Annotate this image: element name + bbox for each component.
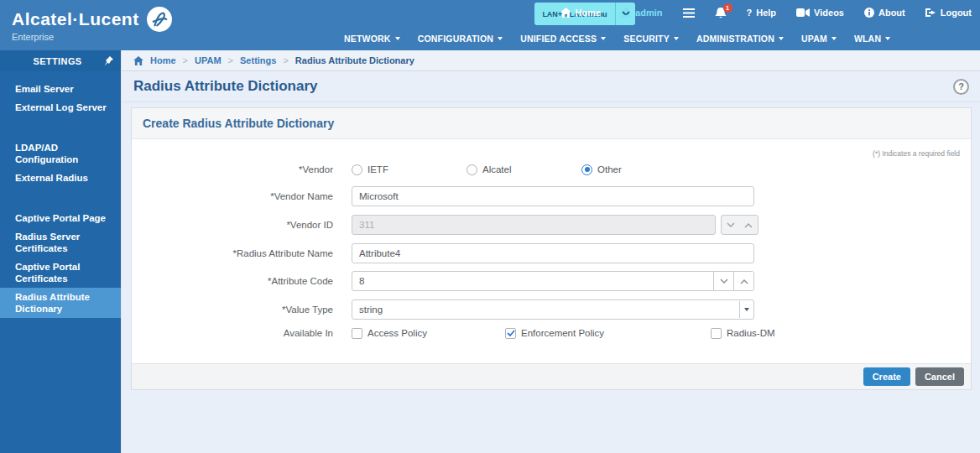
vendor-name-input[interactable] (352, 186, 754, 206)
caret-down-icon (744, 308, 749, 311)
checkbox-access-policy[interactable]: Access Policy (352, 328, 505, 339)
about-link[interactable]: About (864, 8, 905, 18)
radius-attribute-name-row: *Radius Attribute Name (132, 243, 781, 263)
cancel-button[interactable]: Cancel (915, 367, 964, 386)
list-button[interactable] (683, 8, 695, 18)
sidebar-item-radius-server-certificates[interactable]: Radius Server Certificates (0, 227, 121, 258)
create-button[interactable]: Create (863, 367, 910, 386)
vendor-id-label: *Vendor ID (132, 220, 352, 230)
sidebar-item-captive-portal-certificates[interactable]: Captive Portal Certificates (0, 258, 121, 288)
logout-icon (925, 8, 936, 18)
nav-upam[interactable]: UPAM (801, 34, 837, 44)
vendor-row: *Vendor IETF Alcatel Other (132, 159, 781, 180)
nav-network[interactable]: NETWORK (344, 34, 400, 44)
videos-link[interactable]: Videos (796, 8, 844, 18)
panel-body: (*) Indicates a required field *Vendor I… (132, 139, 971, 362)
page-title-row: Radius Attribute Dictionary ? (122, 71, 980, 102)
available-in-label: Available In (132, 328, 352, 338)
attribute-code-label: *Attribute Code (132, 276, 352, 286)
nav-wlan[interactable]: WLAN (854, 34, 890, 44)
radius-attribute-name-label: *Radius Attribute Name (132, 248, 352, 258)
brand-name: Alcatel·Lucent (12, 9, 139, 29)
logout-link[interactable]: Logout (925, 8, 972, 18)
caret-down-icon (395, 37, 400, 40)
chevron-up-icon[interactable] (733, 272, 753, 290)
sidebar-item-external-radius[interactable]: External Radius (0, 169, 121, 187)
breadcrumb-current: Radius Attribute Dictionary (295, 55, 414, 65)
checkbox-enforcement-policy[interactable]: Enforcement Policy (505, 328, 711, 339)
nav-unified-access[interactable]: UNIFIED ACCESS (520, 34, 606, 44)
panel-footer: Create Cancel (132, 363, 971, 389)
value-type-select[interactable]: string (352, 299, 754, 320)
vendor-name-label: *Vendor Name (132, 191, 352, 201)
home-link[interactable]: Home (560, 8, 602, 18)
caret-down-icon (779, 37, 784, 40)
attribute-code-input[interactable] (352, 271, 754, 291)
breadcrumb-separator: > (283, 55, 288, 65)
vendor-name-row: *Vendor Name (132, 186, 781, 206)
breadcrumb-separator: > (183, 55, 188, 65)
checkbox-icon (352, 328, 362, 339)
brand: Alcatel·Lucent Enterprise (12, 7, 172, 42)
sidebar-item-radius-attribute-dictionary[interactable]: Radius Attribute Dictionary (0, 288, 121, 318)
home-icon (560, 8, 571, 18)
vendor-radio-ietf[interactable]: IETF (352, 164, 467, 175)
user-icon (621, 8, 631, 18)
value-type-selected: string (359, 305, 383, 315)
radio-checked-icon (581, 164, 592, 175)
caret-down-icon (674, 37, 679, 40)
sidebar-item-email-server[interactable]: Email Server (0, 80, 121, 98)
caret-down-icon (601, 37, 606, 40)
sidebar-item-captive-portal-page[interactable]: Captive Portal Page (0, 209, 121, 227)
help-link[interactable]: ? Help (747, 8, 777, 18)
notification-badge: 1 (723, 3, 732, 13)
info-icon (864, 8, 874, 18)
page-help-icon[interactable]: ? (953, 79, 969, 95)
nav-security[interactable]: SECURITY (623, 34, 679, 44)
question-icon: ? (747, 8, 753, 18)
vendor-id-spinner[interactable] (721, 215, 758, 235)
checkbox-checked-icon (505, 328, 516, 339)
user-menu[interactable]: admin (621, 8, 662, 18)
checkbox-radius-dm[interactable]: Radius-DM (711, 328, 775, 339)
list-icon (683, 8, 695, 18)
caret-down-icon (498, 37, 503, 40)
sidebar-item-ldap-ad-configuration[interactable]: LDAP/AD Configuration (0, 138, 121, 169)
content-area: Home > UPAM > Settings > Radius Attribut… (121, 50, 980, 453)
vendor-radio-alcatel[interactable]: Alcatel (467, 164, 581, 175)
breadcrumb-upam[interactable]: UPAM (195, 55, 222, 65)
header-links: Home admin 1 ? Help Videos (560, 0, 972, 25)
create-radius-attribute-panel: Create Radius Attribute Dictionary (*) I… (131, 107, 972, 390)
brand-subtitle: Enterprise (12, 32, 172, 42)
sidebar-item-external-log-server[interactable]: External Log Server (0, 98, 121, 117)
value-type-row: *Value Type string (132, 299, 781, 320)
vendor-radio-other[interactable]: Other (581, 164, 696, 175)
chevron-down-icon[interactable] (713, 272, 733, 290)
notifications-button[interactable]: 1 (715, 8, 727, 18)
dropdown-button[interactable] (739, 301, 753, 318)
value-type-label: *Value Type (132, 305, 352, 315)
attribute-code-spinner (713, 272, 753, 290)
radio-icon (352, 164, 362, 175)
nav-administration[interactable]: ADMINISTRATION (696, 34, 784, 44)
alcatel-lucent-logo-icon (147, 7, 172, 32)
nav-configuration[interactable]: CONFIGURATION (418, 34, 503, 44)
sidebar-header: SETTINGS (0, 50, 121, 71)
radio-icon (467, 164, 477, 175)
video-icon (796, 8, 810, 17)
breadcrumb: Home > UPAM > Settings > Radius Attribut… (122, 50, 980, 71)
chevron-up-icon[interactable] (744, 222, 753, 228)
vendor-id-row: *Vendor ID (132, 215, 781, 235)
app-header: Alcatel·Lucent Enterprise LAN+WLAN menu … (0, 0, 980, 50)
breadcrumb-separator: > (228, 55, 233, 65)
breadcrumb-home[interactable]: Home (150, 55, 176, 65)
radius-attribute-name-input[interactable] (352, 243, 754, 263)
sidebar-title: SETTINGS (12, 56, 103, 66)
main-nav: NETWORK CONFIGURATION UNIFIED ACCESS SEC… (344, 27, 890, 50)
settings-sidebar: SETTINGS Email Server External Log Serve… (0, 50, 121, 453)
breadcrumb-settings[interactable]: Settings (240, 55, 276, 65)
panel-title: Create Radius Attribute Dictionary (132, 108, 971, 139)
chevron-down-icon[interactable] (727, 222, 735, 228)
page-title: Radius Attribute Dictionary (133, 78, 317, 95)
pin-icon[interactable] (103, 56, 113, 66)
